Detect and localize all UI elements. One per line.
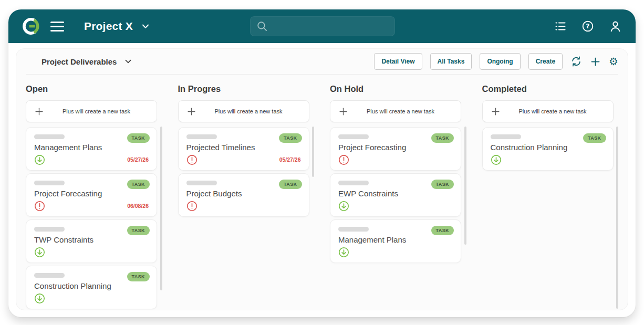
list-view-icon[interactable] xyxy=(554,20,567,33)
task-badge: TASK xyxy=(431,133,454,143)
task-card-title: Project Forecasting xyxy=(338,143,453,152)
task-card[interactable]: TASK Project Budgets xyxy=(178,173,309,217)
task-card-footer xyxy=(338,201,453,211)
task-card-footer xyxy=(34,247,149,257)
project-title[interactable]: Project X xyxy=(84,20,133,33)
column-title: In Progres xyxy=(178,84,315,94)
task-card-title: Management Plans xyxy=(34,143,149,152)
task-card-footer: 06/08/26 xyxy=(34,201,149,211)
task-badge: TASK xyxy=(279,133,302,143)
detail-view-button[interactable]: Detail View xyxy=(374,53,422,70)
arrow-down-circle-icon[interactable] xyxy=(338,247,349,258)
column-title: Open xyxy=(26,84,162,94)
task-card[interactable]: TASK TWP Constraints xyxy=(26,219,157,263)
settings-gear-icon[interactable]: ⚙ xyxy=(609,56,618,67)
task-badge: TASK xyxy=(279,180,302,189)
task-card[interactable]: TASK Construction Planning xyxy=(26,266,157,309)
arrow-down-circle-icon[interactable] xyxy=(34,293,45,304)
column-scrollbar[interactable] xyxy=(312,127,314,177)
search-bar[interactable] xyxy=(250,16,395,36)
task-card-footer xyxy=(491,154,605,165)
ongoing-button[interactable]: Ongoing xyxy=(480,53,520,70)
refresh-icon[interactable] xyxy=(570,56,582,67)
task-card-footer xyxy=(338,247,453,257)
arrow-down-circle-icon[interactable] xyxy=(34,154,45,165)
kanban-column: Completed Plus will create a new task TA… xyxy=(482,81,619,309)
label-placeholder-pill xyxy=(338,181,369,185)
new-task-button[interactable]: Plus will create a new task xyxy=(26,100,157,122)
label-placeholder-pill xyxy=(34,273,65,278)
label-placeholder-pill xyxy=(186,181,217,185)
task-badge: TASK xyxy=(431,226,454,235)
arrow-down-circle-icon[interactable] xyxy=(338,201,349,212)
plus-icon xyxy=(34,107,44,117)
task-card[interactable]: TASK EWP Constraints xyxy=(330,173,461,217)
card-list: TASK Management Plans 05/27/26 TASK Proj… xyxy=(26,127,157,309)
task-badge: TASK xyxy=(127,180,150,189)
chevron-down-icon xyxy=(124,57,132,66)
column-scrollbar[interactable] xyxy=(464,127,466,245)
task-card-footer xyxy=(186,201,301,211)
task-card-title: EWP Constraints xyxy=(338,189,453,198)
view-selector[interactable]: Project Deliverables xyxy=(41,57,132,66)
label-placeholder-pill xyxy=(34,227,65,232)
search-icon xyxy=(256,20,268,33)
toolbar-actions: Detail View All Tasks Ongoing Create ⚙ xyxy=(374,53,618,70)
column-scrollbar[interactable] xyxy=(160,127,162,290)
plus-icon xyxy=(491,107,501,117)
header-actions: ? xyxy=(554,20,622,33)
column-title: Completed xyxy=(482,84,619,94)
kanban-column: In Progres Plus will create a new task T… xyxy=(178,81,315,309)
task-card-title: Project Budgets xyxy=(186,189,301,198)
task-card-title: Management Plans xyxy=(338,235,453,244)
task-card[interactable]: TASK Project Forecasting xyxy=(330,127,461,171)
arrow-down-circle-icon[interactable] xyxy=(34,247,45,258)
card-list: TASK Projected Timelines 05/27/26 TASK P… xyxy=(178,127,309,217)
kanban-column: Open Plus will create a new task TASK Ma… xyxy=(26,81,162,309)
task-card[interactable]: TASK Construction Planning xyxy=(482,127,614,171)
new-task-button[interactable]: Plus will create a new task xyxy=(330,100,461,122)
task-card[interactable]: TASK Management Plans xyxy=(330,219,461,263)
column-scrollbar[interactable] xyxy=(616,127,618,309)
svg-text:?: ? xyxy=(586,22,589,30)
alert-circle-icon[interactable] xyxy=(34,201,45,212)
due-date: 06/08/26 xyxy=(127,203,149,209)
label-placeholder-pill xyxy=(338,227,369,232)
help-icon[interactable]: ? xyxy=(581,20,594,33)
app-window: Project X ? Project Deliverables xyxy=(8,9,636,317)
task-card[interactable]: TASK Management Plans 05/27/26 xyxy=(26,127,157,171)
plus-icon xyxy=(338,107,348,117)
task-badge: TASK xyxy=(583,133,606,143)
task-badge: TASK xyxy=(127,272,150,281)
create-button[interactable]: Create xyxy=(528,53,563,70)
profile-icon[interactable] xyxy=(609,20,622,33)
all-tasks-button[interactable]: All Tasks xyxy=(430,53,472,70)
alert-circle-icon[interactable] xyxy=(338,154,349,165)
hamburger-menu-icon[interactable] xyxy=(50,22,64,32)
card-list: TASK Project Forecasting TASK EWP Constr… xyxy=(330,127,461,263)
due-date: 05/27/26 xyxy=(279,156,301,163)
alert-circle-icon[interactable] xyxy=(186,154,198,165)
kanban-column: On Hold Plus will create a new task TASK… xyxy=(330,81,466,309)
kanban-board: Open Plus will create a new task TASK Ma… xyxy=(16,75,628,309)
task-card-footer xyxy=(34,293,149,303)
arrow-down-circle-icon[interactable] xyxy=(491,154,502,165)
task-card-title: Projected Timelines xyxy=(186,143,301,152)
new-task-button[interactable]: Plus will create a new task xyxy=(482,100,614,122)
new-task-label: Plus will create a new task xyxy=(196,108,301,114)
search-input[interactable] xyxy=(273,22,389,30)
task-card-title: Construction Planning xyxy=(34,281,149,290)
label-placeholder-pill xyxy=(338,134,369,139)
alert-circle-icon[interactable] xyxy=(186,201,198,212)
new-task-button[interactable]: Plus will create a new task xyxy=(178,100,309,122)
task-card[interactable]: TASK Projected Timelines 05/27/26 xyxy=(178,127,309,171)
chevron-down-icon[interactable] xyxy=(140,21,151,32)
task-card[interactable]: TASK Project Forecasting 06/08/26 xyxy=(26,173,157,217)
label-placeholder-pill xyxy=(34,134,65,139)
task-card-title: Project Forecasting xyxy=(34,189,149,198)
new-task-label: Plus will create a new task xyxy=(44,108,149,114)
task-badge: TASK xyxy=(127,133,150,143)
task-card-title: TWP Constraints xyxy=(34,235,149,244)
task-badge: TASK xyxy=(431,180,454,189)
plus-icon[interactable] xyxy=(590,56,601,67)
